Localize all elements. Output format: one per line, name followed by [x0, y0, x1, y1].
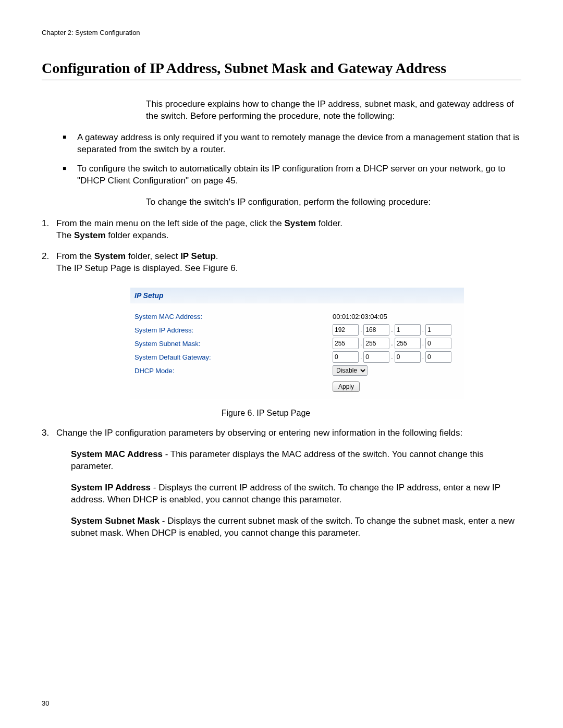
ip-setup-figure: IP Setup System MAC Address: 00:01:02:03… [130, 288, 521, 399]
dot-separator: . [389, 340, 394, 347]
ip-octet-3[interactable] [395, 324, 421, 336]
intro-paragraph: This procedure explains how to change th… [146, 98, 521, 122]
step-text: folder expands. [106, 230, 169, 240]
ip-setup-header: IP Setup [130, 288, 464, 303]
row-gateway: System Default Gateway: . . . [134, 351, 460, 363]
step-3: Change the IP configuration parameters b… [42, 427, 521, 539]
dot-separator: . [389, 353, 394, 361]
label-gateway: System Default Gateway: [134, 353, 333, 361]
bullet-list: A gateway address is only required if yo… [42, 132, 521, 187]
row-apply: Apply [134, 378, 460, 392]
dot-separator: . [421, 340, 425, 347]
def-ip: System IP Address - Displays the current… [56, 482, 521, 506]
dot-separator: . [359, 340, 363, 347]
ip-octet-1[interactable] [333, 324, 359, 336]
label-mask: System Subnet Mask: [134, 340, 333, 348]
dot-separator: . [389, 326, 394, 334]
def-ip-bold: System IP Address [71, 483, 151, 492]
gateway-octets: . . . [333, 351, 451, 363]
step-text: The [56, 230, 74, 240]
dot-separator: . [359, 353, 363, 361]
ip-octet-4[interactable] [425, 324, 451, 336]
gw-octet-4[interactable] [425, 351, 451, 363]
step-text: Change the IP configuration parameters b… [56, 428, 462, 438]
mask-octet-3[interactable] [395, 338, 421, 349]
step-2: From the System folder, select IP Setup.… [42, 251, 521, 275]
row-mac: System MAC Address: 00:01:02:03:04:05 [134, 311, 460, 322]
step-text: From the main menu on the left side of t… [56, 218, 285, 228]
steps-list: From the main menu on the left side of t… [42, 218, 521, 275]
label-mac: System MAC Address: [134, 313, 333, 320]
chapter-header: Chapter 2: System Configuration [42, 29, 521, 36]
def-mask: System Subnet Mask - Displays the curren… [56, 515, 521, 539]
step-text: From the [56, 251, 94, 261]
mask-octet-4[interactable] [425, 338, 451, 349]
ip-octet-2[interactable] [363, 324, 389, 336]
page-title: Configuration of IP Address, Subnet Mask… [42, 60, 521, 80]
gw-octet-1[interactable] [333, 351, 359, 363]
bullet-item: To configure the switch to automatically… [63, 163, 521, 187]
dot-separator: . [421, 326, 425, 334]
row-ip: System IP Address: . . . [134, 324, 460, 336]
row-dhcp: DHCP Mode: Disable [134, 365, 460, 376]
label-dhcp: DHCP Mode: [134, 367, 333, 375]
step-text: The IP Setup Page is displayed. See Figu… [56, 263, 238, 273]
value-mac: 00:01:02:03:04:05 [333, 313, 387, 320]
lead-in: To change the switch's IP configuration,… [146, 196, 521, 208]
system-bold: System [74, 230, 105, 240]
dot-separator: . [421, 353, 425, 361]
ipsetup-bold: IP Setup [180, 251, 216, 261]
dot-separator: . [359, 326, 363, 334]
ip-setup-panel: IP Setup System MAC Address: 00:01:02:03… [130, 288, 464, 399]
gw-octet-3[interactable] [395, 351, 421, 363]
apply-button[interactable]: Apply [333, 381, 360, 392]
ip-octets: . . . [333, 324, 451, 336]
def-mac: System MAC Address - This parameter disp… [56, 449, 521, 473]
gw-octet-2[interactable] [363, 351, 389, 363]
step-text: . [216, 251, 218, 261]
def-mask-bold: System Subnet Mask [71, 516, 160, 526]
figure-caption: Figure 6. IP Setup Page [146, 409, 386, 418]
mask-octets: . . . [333, 338, 451, 349]
def-mac-bold: System MAC Address [71, 449, 163, 459]
label-ip: System IP Address: [134, 326, 333, 334]
step-text: folder. [316, 218, 342, 228]
step-1: From the main menu on the left side of t… [42, 218, 521, 242]
step-text: folder, select [126, 251, 180, 261]
row-mask: System Subnet Mask: . . . [134, 338, 460, 349]
bullet-item: A gateway address is only required if yo… [63, 132, 521, 156]
page-number: 30 [42, 699, 49, 707]
dhcp-select[interactable]: Disable [333, 365, 368, 376]
steps-list-cont: Change the IP configuration parameters b… [42, 427, 521, 539]
system-bold: System [285, 218, 316, 228]
system-bold: System [94, 251, 126, 261]
ip-setup-body: System MAC Address: 00:01:02:03:04:05 Sy… [130, 303, 464, 399]
mask-octet-1[interactable] [333, 338, 359, 349]
mask-octet-2[interactable] [363, 338, 389, 349]
